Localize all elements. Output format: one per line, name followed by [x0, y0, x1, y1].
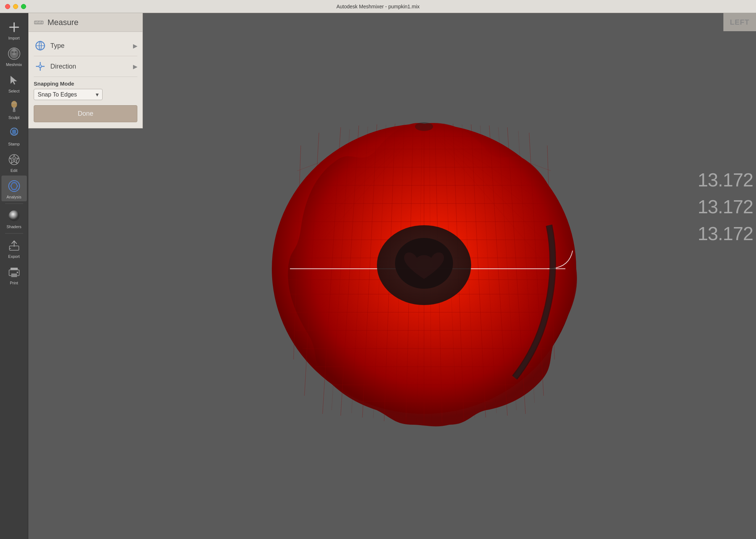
edit-icon [7, 152, 22, 167]
svg-marker-22 [11, 183, 17, 189]
face-icon [7, 46, 22, 61]
measure-panel-title: Measure [47, 18, 79, 27]
svg-marker-21 [10, 184, 13, 188]
sidebar-item-meshmix[interactable]: Meshmix [1, 43, 27, 69]
export-icon [7, 238, 22, 253]
sidebar-item-print[interactable]: Print [1, 262, 27, 287]
svg-text:n: n [40, 65, 41, 69]
traffic-lights [5, 4, 26, 9]
direction-icon: n [34, 60, 47, 73]
measure-panel-header: Measure [29, 13, 142, 32]
type-row[interactable]: Type ▶ [34, 36, 137, 56]
sidebar-divider [5, 203, 23, 204]
window-title: Autodesk Meshmixer - pumpkin1.mix [336, 4, 420, 9]
sidebar-item-export[interactable]: Export [1, 235, 27, 261]
type-arrow-icon: ▶ [133, 42, 137, 49]
svg-point-89 [415, 122, 433, 131]
svg-marker-7 [11, 76, 17, 85]
sidebar-item-select[interactable]: Select [1, 70, 27, 95]
sidebar-item-edit-label: Edit [11, 168, 17, 173]
measurements-panel: 13.172 13.172 13.172 [698, 169, 753, 244]
sidebar-item-print-label: Print [10, 281, 18, 285]
pumpkin-mesh: /* lines rendered below as SVG elements … [225, 77, 623, 476]
sidebar-item-stamp-label: Stamp [8, 142, 20, 146]
svg-point-8 [11, 101, 17, 108]
cursor-icon [7, 73, 22, 88]
measure-panel: Measure Type ▶ [28, 13, 143, 128]
svg-point-29 [17, 272, 18, 273]
stamp-icon [7, 126, 22, 141]
sidebar-item-import[interactable]: Import [1, 17, 27, 42]
svg-rect-28 [11, 273, 17, 277]
plus-icon [7, 20, 22, 35]
analysis-icon [7, 178, 22, 194]
sidebar-item-edit[interactable]: Edit [1, 149, 27, 175]
print-icon [7, 264, 22, 280]
sidebar-item-stamp[interactable]: Stamp [1, 123, 27, 148]
sidebar: Import Meshmix Select [0, 13, 28, 539]
sidebar-item-import-label: Import [8, 36, 20, 40]
sphere-icon [7, 208, 22, 223]
svg-point-23 [9, 210, 20, 221]
sidebar-item-export-label: Export [8, 254, 20, 259]
snap-select-wrapper: Snap To Edges Snap To Vertices No Snappi… [34, 89, 103, 100]
measurement-value-3: 13.172 [698, 223, 753, 244]
ruler-icon [34, 17, 44, 28]
left-view-button[interactable]: LEFT [723, 13, 756, 31]
fullscreen-button[interactable] [21, 4, 26, 9]
measurement-value-1: 13.172 [698, 169, 753, 191]
svg-point-10 [13, 110, 16, 112]
close-button[interactable] [5, 4, 10, 9]
sidebar-item-sculpt-label: Sculpt [8, 115, 20, 120]
viewport: /* lines rendered below as SVG elements … [28, 13, 756, 539]
svg-point-6 [14, 51, 17, 53]
sidebar-item-meshmix-label: Meshmix [6, 62, 22, 67]
sidebar-item-sculpt[interactable]: Sculpt [1, 96, 27, 122]
sidebar-divider-2 [5, 233, 23, 234]
sidebar-item-shaders-label: Shaders [7, 225, 21, 229]
type-label: Type [50, 42, 133, 50]
svg-marker-19 [16, 184, 18, 188]
sidebar-item-select-label: Select [8, 89, 20, 93]
titlebar: Autodesk Meshmixer - pumpkin1.mix [0, 0, 756, 13]
direction-label: Direction [50, 63, 133, 70]
snap-select[interactable]: Snap To Edges Snap To Vertices No Snappi… [34, 89, 103, 100]
direction-arrow-icon: ▶ [133, 63, 137, 70]
done-button[interactable]: Done [34, 105, 137, 122]
measure-panel-body: Type ▶ n Direction ▶ Snapping Mod [29, 32, 142, 128]
sidebar-item-shaders[interactable]: Shaders [1, 205, 27, 231]
measurement-value-2: 13.172 [698, 196, 753, 218]
svg-rect-26 [11, 268, 18, 270]
snapping-mode-section: Snapping Mode Snap To Edges Snap To Vert… [34, 81, 137, 100]
brush-icon [7, 99, 22, 114]
sidebar-item-analysis[interactable]: Analysis [1, 176, 27, 201]
direction-row[interactable]: n Direction ▶ [34, 56, 137, 77]
type-icon [34, 39, 47, 52]
svg-point-5 [12, 51, 14, 53]
sidebar-item-analysis-label: Analysis [7, 195, 21, 199]
snapping-mode-label: Snapping Mode [34, 81, 137, 87]
minimize-button[interactable] [13, 4, 18, 9]
svg-point-16 [13, 158, 16, 161]
